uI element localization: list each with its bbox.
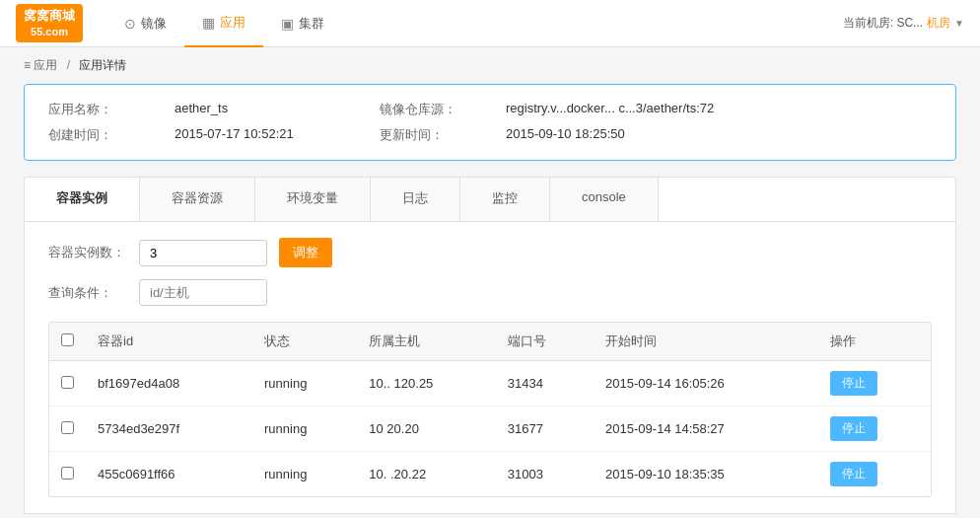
row-checkbox-1[interactable] bbox=[61, 421, 74, 434]
main-nav: ⊙ 镜像 ▦ 应用 ▣ 集群 bbox=[106, 0, 843, 47]
app-icon: ▦ bbox=[202, 15, 215, 31]
cell-host: 10. .20.22 bbox=[357, 452, 495, 497]
filter-row: 查询条件： bbox=[48, 279, 932, 306]
cell-port: 31434 bbox=[496, 361, 594, 407]
machine-label: 当前机房: SC... bbox=[843, 15, 923, 32]
tab-container-instance[interactable]: 容器实例 bbox=[25, 178, 140, 221]
filter-input[interactable] bbox=[139, 279, 267, 306]
breadcrumb-separator: / bbox=[67, 58, 70, 72]
logo: 窝窝商城 55.com bbox=[16, 4, 83, 42]
mirror-icon: ⊙ bbox=[124, 16, 136, 32]
controls-row: 容器实例数： 调整 bbox=[48, 238, 932, 267]
app-name-value: aether_ts bbox=[175, 101, 372, 118]
update-time-value: 2015-09-10 18:25:50 bbox=[506, 126, 932, 144]
row-checkbox-0[interactable] bbox=[61, 376, 74, 389]
table-row: 5734ed3e297f running 10 20.20 31677 2015… bbox=[49, 407, 931, 452]
content: 应用名称： aether_ts 镜像仓库源： registry.v...dock… bbox=[0, 84, 980, 518]
cell-action: 停止 bbox=[818, 407, 931, 452]
cell-port: 31003 bbox=[496, 452, 594, 497]
col-start-time: 开始时间 bbox=[594, 323, 818, 361]
header: 窝窝商城 55.com ⊙ 镜像 ▦ 应用 ▣ 集群 当前机房: SC... 机… bbox=[0, 0, 980, 47]
col-port: 端口号 bbox=[496, 323, 594, 361]
breadcrumb-current: 应用详情 bbox=[79, 58, 126, 72]
cell-action: 停止 bbox=[818, 452, 931, 497]
table-row: 455c0691ff66 running 10. .20.22 31003 20… bbox=[49, 452, 931, 497]
cell-port: 31677 bbox=[496, 407, 594, 452]
col-container-id: 容器id bbox=[86, 323, 252, 361]
breadcrumb: ≡ 应用 / 应用详情 bbox=[0, 47, 980, 84]
stop-button-1[interactable]: 停止 bbox=[830, 416, 877, 441]
adjust-button[interactable]: 调整 bbox=[279, 238, 332, 267]
col-action: 操作 bbox=[818, 323, 931, 361]
instance-count-input[interactable] bbox=[139, 240, 267, 266]
select-all-checkbox[interactable] bbox=[61, 333, 74, 346]
cell-status: running bbox=[252, 452, 357, 497]
cell-host: 10 20.20 bbox=[357, 407, 495, 452]
tab-monitor[interactable]: 监控 bbox=[460, 178, 550, 221]
container-table: 容器id 状态 所属主机 端口号 开始时间 操作 bf1697ed4a08 ru… bbox=[48, 322, 932, 497]
cell-start-time: 2015-09-14 16:05:26 bbox=[594, 361, 818, 407]
tab-content: 容器实例数： 调整 查询条件： 容器id 状态 所属主机 端口号 开始时间 bbox=[24, 221, 956, 514]
info-card: 应用名称： aether_ts 镜像仓库源： registry.v...dock… bbox=[24, 84, 956, 161]
row-checkbox-2[interactable] bbox=[61, 467, 74, 480]
cell-status: running bbox=[252, 407, 357, 452]
stop-button-0[interactable]: 停止 bbox=[830, 371, 877, 396]
nav-app-label: 应用 bbox=[220, 14, 245, 32]
nav-mirror-label: 镜像 bbox=[141, 15, 167, 33]
col-status: 状态 bbox=[252, 323, 357, 361]
nav-app[interactable]: ▦ 应用 bbox=[184, 0, 263, 47]
cell-host: 10.. 120.25 bbox=[357, 361, 495, 407]
tab-env-var[interactable]: 环境变量 bbox=[255, 178, 371, 221]
tab-console[interactable]: console bbox=[550, 178, 659, 221]
mirror-value: registry.v...docker... c...3/aether/ts:7… bbox=[506, 101, 932, 118]
cluster-icon: ▣ bbox=[281, 16, 294, 32]
cell-status: running bbox=[252, 361, 357, 407]
breadcrumb-parent[interactable]: ≡ 应用 bbox=[24, 58, 61, 72]
app-name-label: 应用名称： bbox=[48, 101, 167, 118]
cell-action: 停止 bbox=[818, 361, 931, 407]
mirror-label: 镜像仓库源： bbox=[380, 101, 498, 118]
chevron-down-icon[interactable]: ▼ bbox=[954, 18, 964, 29]
instance-count-label: 容器实例数： bbox=[48, 244, 127, 261]
nav-cluster-label: 集群 bbox=[299, 15, 324, 33]
nav-cluster[interactable]: ▣ 集群 bbox=[263, 0, 342, 47]
machine-suffix: 机房 bbox=[927, 15, 950, 32]
table-header: 容器id 状态 所属主机 端口号 开始时间 操作 bbox=[49, 323, 931, 361]
update-time-label: 更新时间： bbox=[380, 126, 498, 144]
create-time-value: 2015-07-17 10:52:21 bbox=[175, 126, 372, 144]
cell-container-id: 455c0691ff66 bbox=[86, 452, 252, 497]
nav-mirror[interactable]: ⊙ 镜像 bbox=[106, 0, 184, 47]
table-row: bf1697ed4a08 running 10.. 120.25 31434 2… bbox=[49, 361, 931, 407]
cell-start-time: 2015-09-14 14:58:27 bbox=[594, 407, 818, 452]
tab-container-resource[interactable]: 容器资源 bbox=[140, 178, 255, 221]
tabs: 容器实例 容器资源 环境变量 日志 监控 console bbox=[24, 177, 956, 221]
tab-logs[interactable]: 日志 bbox=[371, 178, 460, 221]
header-right: 当前机房: SC... 机房 ▼ bbox=[843, 15, 964, 32]
create-time-label: 创建时间： bbox=[48, 126, 167, 144]
cell-start-time: 2015-09-10 18:35:35 bbox=[594, 452, 818, 497]
cell-container-id: bf1697ed4a08 bbox=[86, 361, 252, 407]
stop-button-2[interactable]: 停止 bbox=[830, 462, 877, 486]
col-host: 所属主机 bbox=[357, 323, 495, 361]
cell-container-id: 5734ed3e297f bbox=[86, 407, 252, 452]
filter-label: 查询条件： bbox=[48, 284, 127, 302]
breadcrumb-app-icon: ≡ bbox=[24, 58, 34, 72]
